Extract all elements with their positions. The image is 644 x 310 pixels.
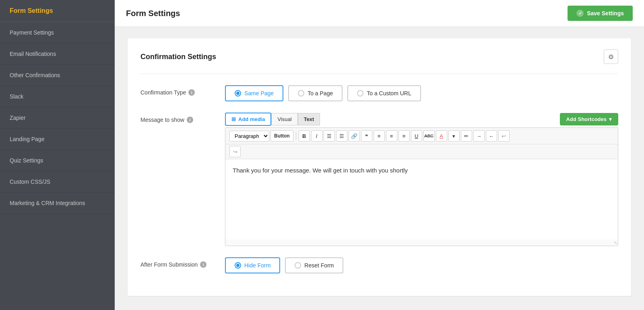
add-media-icon: ⊞: [231, 116, 236, 122]
main-area: Form Settings ✓ Save Settings Confirmati…: [115, 0, 644, 310]
gear-icon: ⚙: [608, 53, 614, 61]
after-form-submission-row: After Form Submission i Hide Form Reset …: [140, 257, 618, 273]
message-to-show-label: Message to show i: [140, 113, 217, 123]
save-button-label: Save Settings: [587, 10, 624, 16]
toolbar-bullet-list-button[interactable]: ☰: [324, 130, 335, 142]
editor-top-bar: ⊞ Add media Visual Text Add Shortcodes ▾: [225, 113, 618, 126]
add-media-button[interactable]: ⊞ Add media: [225, 113, 271, 126]
tab-visual[interactable]: Visual: [271, 113, 297, 125]
toolbar-numbered-list-button[interactable]: ☰: [336, 130, 347, 142]
toolbar-align-right-button[interactable]: ≡: [398, 130, 410, 142]
eraser-icon: ✏: [464, 133, 469, 139]
italic-icon: I: [316, 133, 318, 139]
toolbar-text-color-button[interactable]: A: [436, 130, 447, 142]
toolbar-undo-button[interactable]: ↩: [498, 130, 510, 142]
tab-text[interactable]: Text: [298, 113, 320, 125]
sidebar-item-slack[interactable]: Slack: [0, 86, 115, 107]
resize-icon: ⤡: [614, 240, 617, 245]
confirmation-type-to-a-page[interactable]: To a Page: [288, 85, 343, 101]
sidebar-item-marketing-crm[interactable]: Marketing & CRM Integrations: [0, 193, 115, 214]
card-title: Confirmation Settings: [140, 53, 216, 61]
align-center-icon: ≡: [390, 133, 393, 139]
after-submission-info-icon[interactable]: i: [200, 261, 206, 268]
toolbar-link-button[interactable]: 🔗: [349, 130, 360, 142]
indent-icon: →: [476, 133, 481, 139]
editor-content: Thank you for your message. We will get …: [233, 167, 408, 174]
toolbar-separator-1: [296, 132, 296, 140]
confirmation-settings-card: Confirmation Settings ⚙ Confirmation Typ…: [128, 38, 631, 296]
sidebar-item-custom-css-js[interactable]: Custom CSS/JS: [0, 171, 115, 193]
to-a-page-radio-dot: [298, 90, 304, 96]
page-title: Form Settings: [126, 9, 180, 18]
save-settings-button[interactable]: ✓ Save Settings: [568, 6, 633, 21]
toolbar-align-left-button[interactable]: ≡: [374, 130, 385, 142]
paragraph-select[interactable]: Paragraph: [229, 131, 269, 142]
message-to-show-info-icon[interactable]: i: [187, 117, 193, 123]
link-icon: 🔗: [351, 133, 357, 139]
page-header: Form Settings ✓ Save Settings: [115, 0, 644, 27]
editor-tabs: ⊞ Add media Visual Text: [225, 113, 320, 126]
toolbar-bold-button[interactable]: B: [299, 130, 310, 142]
after-submission-radio-group: Hide Form Reset Form: [225, 257, 343, 273]
blockquote-icon: ❝: [365, 133, 368, 139]
divider: [140, 74, 618, 74]
numbered-list-icon: ☰: [339, 133, 344, 139]
confirmation-type-row: Confirmation Type i Same Page To a Page: [140, 85, 618, 101]
confirmation-type-same-page[interactable]: Same Page: [225, 85, 283, 101]
sidebar-item-other-confirmations[interactable]: Other Confirmations: [0, 65, 115, 86]
confirmation-type-label: Confirmation Type i: [140, 85, 217, 96]
add-shortcodes-button[interactable]: Add Shortcodes ▾: [560, 113, 618, 125]
sidebar: Form Settings Payment Settings Email Not…: [0, 0, 115, 310]
toolbar-underline-button[interactable]: U: [411, 130, 422, 142]
strikethrough-icon: ABC: [424, 133, 433, 138]
reset-form-radio-dot: [295, 262, 301, 269]
after-submission-reset-form[interactable]: Reset Form: [285, 257, 343, 273]
sidebar-title: Form Settings: [0, 0, 115, 22]
toolbar-button-btn[interactable]: Button: [270, 130, 293, 142]
toolbar-outdent-button[interactable]: ←: [486, 130, 497, 142]
sidebar-item-zapier[interactable]: Zapier: [0, 107, 115, 129]
hide-form-radio-dot: [235, 262, 241, 269]
toolbar-blockquote-button[interactable]: ❝: [361, 130, 372, 142]
to-a-custom-url-radio-dot: [357, 90, 363, 96]
editor-container: Paragraph Button B I ☰ ☰ 🔗 ❝ ≡: [225, 127, 618, 246]
align-left-icon: ≡: [378, 133, 381, 139]
toolbar-indent-button[interactable]: →: [473, 130, 485, 142]
outdent-icon: ←: [489, 133, 494, 139]
toolbar-italic-button[interactable]: I: [311, 130, 322, 142]
to-a-page-label: To a Page: [308, 90, 333, 96]
resize-handle[interactable]: ⤡: [225, 240, 618, 246]
align-right-icon: ≡: [402, 133, 406, 139]
sidebar-item-quiz-settings[interactable]: Quiz Settings: [0, 150, 115, 171]
hide-form-label: Hide Form: [244, 262, 270, 269]
shortcodes-chevron-icon: ▾: [609, 116, 612, 122]
undo-icon: ↩: [502, 133, 506, 139]
reset-form-label: Reset Form: [304, 262, 334, 269]
save-check-icon: ✓: [576, 10, 584, 17]
text-color-chevron-icon: ▾: [452, 133, 455, 139]
toolbar-text-color-dropdown[interactable]: ▾: [448, 130, 460, 142]
toolbar-eraser-button[interactable]: ✏: [461, 130, 472, 142]
text-color-icon: A: [440, 133, 443, 139]
toolbar-strikethrough-button[interactable]: ABC: [423, 130, 435, 142]
after-form-submission-label: After Form Submission i: [140, 257, 217, 268]
content-area: Confirmation Settings ⚙ Confirmation Typ…: [115, 27, 644, 310]
toolbar-align-center-button[interactable]: ≡: [386, 130, 397, 142]
to-a-custom-url-label: To a Custom URL: [367, 90, 411, 96]
sidebar-item-payment-settings[interactable]: Payment Settings: [0, 22, 115, 43]
bullet-list-icon: ☰: [327, 133, 332, 139]
bold-icon: B: [302, 133, 306, 139]
card-header: Confirmation Settings ⚙: [140, 49, 618, 64]
message-to-show-row: Message to show i ⊞ Add media Visual: [140, 113, 618, 246]
sidebar-item-landing-page[interactable]: Landing Page: [0, 129, 115, 150]
confirmation-type-info-icon[interactable]: i: [188, 89, 195, 96]
toolbar-redo-button[interactable]: ↩: [229, 146, 241, 157]
sidebar-item-email-notifications[interactable]: Email Notifications: [0, 43, 115, 65]
editor-body[interactable]: Thank you for your message. We will get …: [225, 159, 618, 240]
confirmation-type-to-a-custom-url[interactable]: To a Custom URL: [347, 85, 421, 101]
confirmation-type-radio-group: Same Page To a Page To a Custom URL: [225, 85, 421, 101]
after-submission-hide-form[interactable]: Hide Form: [225, 257, 280, 273]
editor-wrapper: ⊞ Add media Visual Text Add Shortcodes ▾: [225, 113, 618, 246]
gear-button[interactable]: ⚙: [604, 49, 618, 64]
editor-toolbar-row2: ↩: [225, 144, 618, 159]
